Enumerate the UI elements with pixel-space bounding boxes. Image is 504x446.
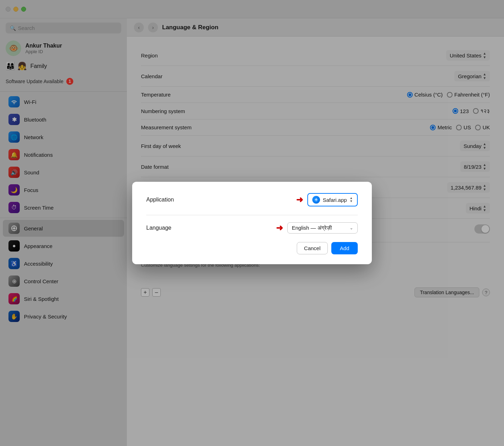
app-selector-text: Safari.app bbox=[323, 197, 347, 203]
cancel-button[interactable]: Cancel bbox=[297, 242, 328, 254]
modal-application-label: Application bbox=[146, 197, 174, 203]
modal-language-row: Language ➜ English — अंग्रेज़ी ⌄ bbox=[146, 222, 358, 234]
add-application-modal: Application ➜ Safari.app bbox=[132, 182, 372, 264]
chevron-down-icon: ⌄ bbox=[350, 225, 353, 230]
application-arrow-icon: ➜ bbox=[296, 195, 303, 205]
language-arrow-icon: ➜ bbox=[276, 223, 283, 233]
safari-icon bbox=[312, 196, 320, 204]
modal-language-right: ➜ English — अंग्रेज़ी ⌄ bbox=[276, 222, 358, 234]
app-stepper-arrows: ▲▼ bbox=[350, 197, 353, 203]
modal-application-right: ➜ Safari.app ▲▼ bbox=[296, 193, 358, 206]
language-selector[interactable]: English — अंग्रेज़ी ⌄ bbox=[287, 222, 358, 234]
add-button[interactable]: Add bbox=[331, 242, 358, 254]
modal-language-label: Language bbox=[146, 225, 171, 231]
language-selector-text: English — अंग्रेज़ी bbox=[292, 225, 347, 231]
app-selector[interactable]: Safari.app ▲▼ bbox=[307, 193, 358, 206]
modal-application-row: Application ➜ Safari.app bbox=[146, 193, 358, 206]
modal-overlay: Application ➜ Safari.app bbox=[0, 0, 504, 446]
modal-divider bbox=[146, 215, 358, 215]
modal-footer: Cancel Add bbox=[146, 242, 358, 254]
